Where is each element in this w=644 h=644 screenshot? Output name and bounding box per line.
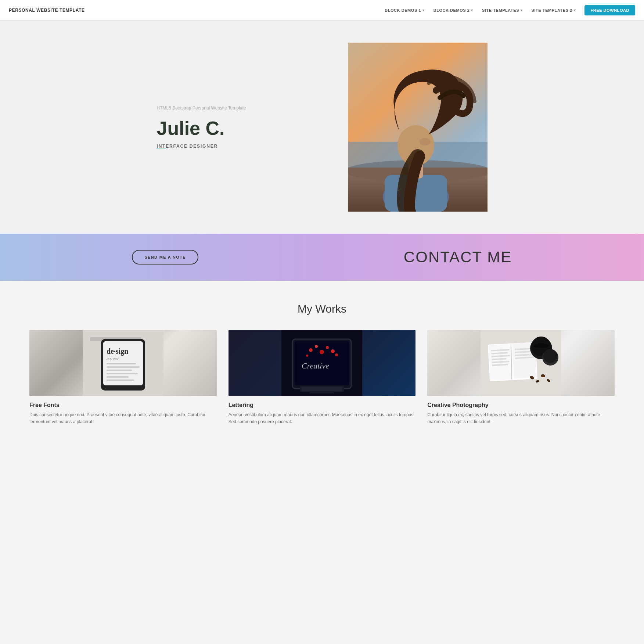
svg-rect-15 — [107, 363, 136, 364]
lettering-svg: Creative — [281, 330, 362, 396]
contact-title: CONTACT ME — [404, 248, 512, 266]
send-note-button[interactable]: SEND ME A NOTE — [132, 250, 198, 265]
svg-point-27 — [315, 345, 318, 348]
svg-point-55 — [543, 349, 557, 363]
svg-point-29 — [326, 346, 329, 349]
svg-rect-35 — [302, 387, 342, 391]
work-image-3 — [427, 330, 615, 396]
nav-site-templates-2[interactable]: SITE TEMPLATES 2 ▾ — [532, 8, 576, 12]
hero-photo-placeholder — [348, 43, 488, 212]
navbar: PERSONAL WEBSITE TEMPLATE BLOCK DEMOS 1 … — [0, 0, 644, 21]
works-section: My Works de·sign /də ˈzīn/ — [0, 281, 644, 447]
svg-text:de·sign: de·sign — [107, 347, 128, 356]
svg-text:/də ˈzīn/: /də ˈzīn/ — [107, 357, 119, 361]
work-illustration-lettering: Creative — [229, 330, 416, 396]
work-illustration-fonts: de·sign /də ˈzīn/ — [29, 330, 217, 396]
free-download-button[interactable]: FREE DOWNLOAD — [584, 5, 635, 15]
hero-name: Julie C. — [157, 118, 319, 139]
work-image-2: Creative — [229, 330, 416, 396]
works-section-title: My Works — [29, 303, 615, 315]
svg-point-28 — [320, 350, 324, 354]
nav-links: BLOCK DEMOS 1 ▾ BLOCK DEMOS 2 ▾ SITE TEM… — [385, 5, 635, 15]
work-card-1: de·sign /də ˈzīn/ Free Fonts Duis consec… — [29, 330, 217, 425]
hero-image — [348, 43, 488, 212]
svg-rect-17 — [107, 370, 132, 371]
nav-site-templates[interactable]: SITE TEMPLATES ▾ — [482, 8, 523, 12]
work-card-3-title: Creative Photography — [427, 402, 615, 409]
chevron-down-icon: ▾ — [574, 8, 576, 12]
hero-role: INTERFACE DESIGNER — [157, 144, 319, 149]
svg-point-26 — [309, 348, 313, 352]
work-card-2: Creative Lettering Aenean vestibulum ali… — [229, 330, 416, 425]
work-image-1: de·sign /də ˈzīn/ — [29, 330, 217, 396]
work-card-3: Creative Photography Curabitur ligula ex… — [427, 330, 615, 425]
nav-block-demos-2[interactable]: BLOCK DEMOS 2 ▾ — [433, 8, 473, 12]
hero-role-prefix: INT — [157, 144, 166, 149]
svg-point-32 — [335, 353, 338, 356]
work-illustration-photography — [427, 330, 615, 396]
svg-point-30 — [331, 349, 335, 353]
work-card-3-desc: Curabitur ligula ex, sagittis vel turpis… — [427, 411, 615, 425]
svg-rect-20 — [107, 379, 134, 381]
hero-section: HTML5 Bootstrap Personal Website Templat… — [0, 21, 644, 234]
svg-text:Creative: Creative — [302, 361, 329, 370]
hero-illustration — [348, 43, 488, 212]
svg-rect-19 — [107, 376, 129, 378]
contact-band: SEND ME A NOTE CONTACT ME — [0, 234, 644, 281]
photography-svg — [481, 330, 561, 396]
svg-point-31 — [306, 355, 308, 357]
fonts-svg: de·sign /də ˈzīn/ — [83, 330, 163, 396]
hero-text-block: HTML5 Bootstrap Personal Website Templat… — [157, 105, 319, 148]
nav-block-demos-1[interactable]: BLOCK DEMOS 1 ▾ — [385, 8, 424, 12]
chevron-down-icon: ▾ — [521, 8, 523, 12]
works-grid: de·sign /də ˈzīn/ Free Fonts Duis consec… — [29, 330, 615, 425]
svg-rect-18 — [107, 373, 138, 374]
chevron-down-icon: ▾ — [422, 8, 425, 12]
hero-subtitle: HTML5 Bootstrap Personal Website Templat… — [157, 105, 319, 111]
work-card-1-desc: Duis consectetur neque orci. Praesent vi… — [29, 411, 217, 425]
hero-role-main: ERFACE DESIGNER — [166, 144, 218, 149]
svg-point-53 — [534, 343, 548, 348]
work-card-1-title: Free Fonts — [29, 402, 217, 409]
chevron-down-icon: ▾ — [471, 8, 473, 12]
work-card-2-title: Lettering — [229, 402, 416, 409]
brand-logo: PERSONAL WEBSITE TEMPLATE — [9, 8, 85, 13]
svg-rect-16 — [107, 366, 140, 368]
svg-point-8 — [420, 138, 431, 145]
work-card-2-desc: Aenean vestibulum aliquam mauris non ull… — [229, 411, 416, 425]
